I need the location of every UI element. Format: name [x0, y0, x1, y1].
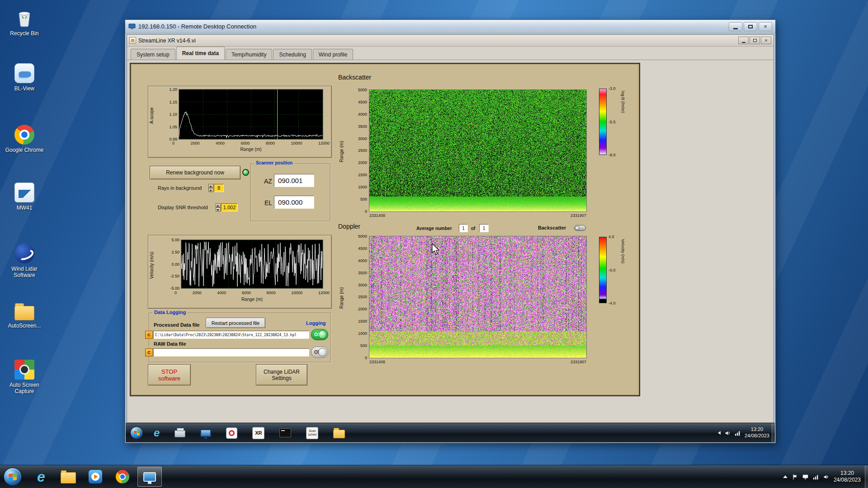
app-restore-button[interactable] — [750, 37, 760, 44]
velocity-y-axis-label: Velocity (m/s) — [149, 244, 154, 286]
taskbar-chrome-button[interactable] — [110, 467, 135, 487]
tab-scheduling[interactable]: Scheduling — [273, 49, 311, 60]
average-number-value[interactable]: 1 — [459, 224, 468, 232]
desktop-icon-wind-lidar[interactable]: Wind Lidar Software — [3, 244, 46, 279]
explorer-folder-icon — [61, 472, 76, 483]
tray-network-icon[interactable] — [813, 474, 819, 480]
desktop-icon-mw41[interactable]: MW41 — [3, 183, 46, 211]
scan-line2: sched — [308, 433, 317, 436]
toggle-knob — [318, 348, 327, 357]
host-start-button[interactable] — [4, 468, 22, 486]
processed-path-input[interactable]: C:\Lidar\Data\Proc\2023\202308\20230824\… — [153, 331, 309, 339]
tray-volume-icon[interactable] — [823, 474, 829, 480]
desktop-icon-label: Wind Lidar Software — [3, 266, 46, 279]
toggle-knob — [575, 226, 580, 230]
processed-drive-box[interactable]: C — [145, 331, 153, 339]
desktop-icon-recycle-bin[interactable]: Recycle Bin — [3, 8, 46, 37]
el-value[interactable]: 090.000 — [274, 196, 314, 209]
backscatter-heading: Backscatter — [338, 74, 371, 81]
remote-printer-icon[interactable] — [175, 430, 185, 437]
remote-display-icon[interactable] — [200, 429, 211, 437]
rdp-minimize-button[interactable] — [729, 22, 742, 31]
average-of-value[interactable]: 1 — [479, 224, 489, 232]
tick-label: 1.10 — [169, 112, 177, 117]
tick-label: 5.00 — [171, 238, 179, 242]
remote-console-icon[interactable] — [279, 428, 291, 437]
tick-label: 1.05 — [169, 125, 177, 129]
backscatter-colorbar-ticks: -3.0-5.5-8.0 — [609, 86, 616, 157]
remote-volume-icon[interactable] — [725, 430, 731, 436]
tray-monitor-icon[interactable] — [802, 474, 808, 480]
a-scope-graph: A-scope 1.201.151.101.050.99 02000400060… — [148, 86, 332, 158]
tick-label: 0 — [365, 356, 367, 360]
snr-threshold-value[interactable]: 1.002 — [221, 203, 238, 211]
host-clock-time: 13:20 — [834, 470, 861, 477]
renew-background-button[interactable]: Renew background now — [150, 166, 241, 179]
tray-flag-icon[interactable] — [792, 474, 798, 480]
taskbar-media-player-button[interactable] — [83, 467, 108, 487]
tick-label: 2000 — [193, 291, 202, 295]
taskbar-rdp-button-active[interactable] — [137, 467, 162, 487]
backscatter-colorbar — [599, 89, 607, 155]
tick-label: -4.0 — [609, 301, 616, 305]
tick-label: 2000 — [358, 160, 367, 165]
remote-power-off-icon[interactable] — [226, 427, 237, 439]
front-panel: Backscatter A-scope 1.201.151.101.050.99… — [130, 63, 640, 396]
tab-system-setup[interactable]: System setup — [131, 49, 175, 60]
host-show-desktop-button[interactable] — [865, 465, 868, 488]
desktop-icon-autoscreen-folder[interactable]: AutoScreen... — [3, 301, 46, 329]
rdp-titlebar[interactable]: 192.168.0.150 - Remote Desktop Connectio… — [125, 20, 775, 33]
remote-start-button[interactable] — [130, 427, 143, 439]
rdp-maximize-button[interactable] — [744, 22, 757, 31]
tray-expand-icon[interactable] — [783, 475, 788, 478]
raw-drive-box[interactable]: C — [145, 348, 153, 357]
tick-label: 4500 — [358, 100, 367, 104]
backscatter-x-end: 2331907 — [571, 213, 586, 218]
app-minimize-button[interactable] — [738, 37, 749, 44]
taskbar-ie-button[interactable]: e — [29, 467, 53, 487]
desktop-icon-bl-view[interactable]: BL-View — [3, 63, 46, 92]
velocity-x-axis-label: Range (m) — [181, 297, 323, 302]
remote-explorer-icon[interactable] — [333, 430, 345, 438]
remote-ie-icon[interactable]: e — [154, 427, 160, 438]
snr-spinner[interactable] — [216, 203, 221, 211]
remote-network-icon[interactable] — [735, 430, 741, 436]
remote-xr-app-icon[interactable]: XR — [252, 427, 264, 439]
tab-temp-humidity[interactable]: Temp/humidity — [226, 49, 272, 60]
processed-logging-toggle[interactable]: ON — [311, 329, 328, 340]
backscatter-doppler-toggle[interactable] — [574, 225, 586, 231]
raw-logging-toggle[interactable]: OFF — [311, 347, 328, 358]
tick-label: 0 — [172, 141, 175, 145]
processed-data-file-label: Processed Data file — [154, 322, 200, 328]
rays-spinner[interactable] — [208, 184, 213, 192]
tick-label: 10000 — [291, 291, 302, 295]
desktop-icon-google-chrome[interactable]: Google Chrome — [3, 125, 46, 153]
remote-show-desktop-button[interactable] — [772, 423, 775, 442]
remote-tray-expand-icon[interactable] — [718, 431, 721, 435]
tab-wind-profile[interactable]: Wind profile — [313, 49, 353, 60]
az-value[interactable]: 090.001 — [274, 174, 314, 187]
desktop-icon-auto-screen-capture[interactable]: Auto Screen Capture — [3, 360, 46, 395]
tick-label: 2000 — [190, 141, 199, 145]
chrome-icon — [116, 470, 129, 483]
app-titlebar[interactable]: StreamLine XR v14-6.vi × — [127, 35, 774, 47]
tick-label: 3500 — [358, 124, 367, 129]
restart-processed-file-button[interactable]: Restart processed file — [206, 318, 265, 328]
host-clock[interactable]: 13:20 24/08/2023 — [834, 470, 861, 483]
taskbar-explorer-button[interactable] — [56, 467, 80, 487]
remote-clock[interactable]: 13:20 24/08/2023 — [745, 427, 769, 439]
backscatter-x-start: 2331408 — [369, 213, 385, 218]
tab-real-time-data[interactable]: Real time data — [176, 47, 225, 60]
az-label: AZ — [264, 178, 272, 185]
doppler-graph: Range (m) 500045004000350030002500200015… — [337, 232, 598, 371]
rdp-close-button[interactable]: × — [759, 22, 772, 31]
change-lidar-settings-button[interactable]: Change LiDAR Settings — [256, 364, 307, 385]
raw-path-input[interactable] — [153, 348, 309, 357]
rays-in-background-value[interactable]: 8 — [214, 184, 224, 192]
remote-scan-sched-icon[interactable]: Scan sched — [306, 427, 318, 439]
app-close-button[interactable]: × — [761, 37, 771, 44]
streamline-app-window: StreamLine XR v14-6.vi × System setup Re… — [127, 34, 774, 423]
stop-software-button[interactable]: STOP software — [148, 364, 191, 385]
doppler-colorbar-label: Velocity (m/s) — [621, 239, 625, 302]
velocity-x-ticks: 020004000600080001000012000 — [175, 291, 330, 295]
